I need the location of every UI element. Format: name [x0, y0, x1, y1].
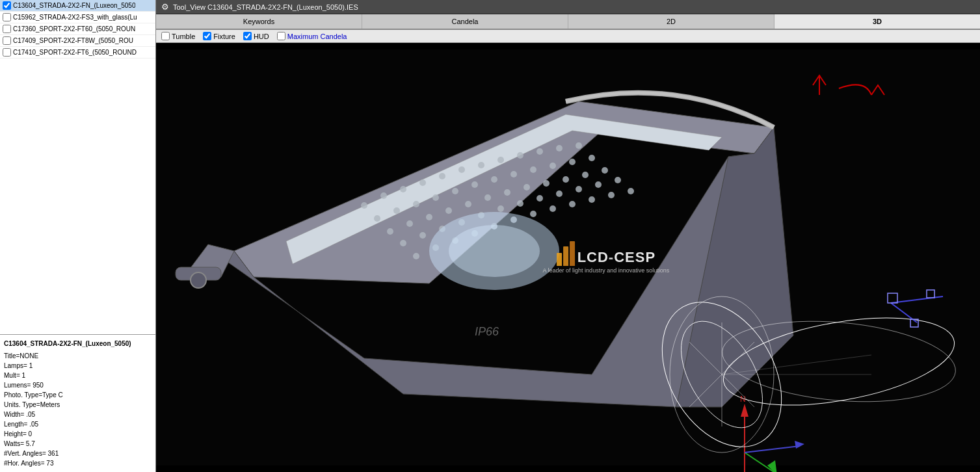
main-area: ⚙ Tool_View C13604_STRADA-2X2-FN_(Luxeon…	[156, 0, 980, 472]
svg-point-14	[556, 145, 563, 151]
info-field: Title=NONE	[4, 351, 152, 361]
hud-checkbox[interactable]	[243, 32, 252, 40]
file-item[interactable]: C17410_SPORT-2X2-FT6_(5050_ROUND	[0, 47, 155, 59]
fixture-checkbox[interactable]	[203, 32, 211, 40]
tumble-checkbox[interactable]	[161, 32, 170, 40]
tab-keywords[interactable]: Keywords	[156, 14, 362, 29]
svg-point-47	[536, 195, 543, 202]
svg-point-5	[380, 192, 387, 199]
svg-point-29	[406, 220, 413, 227]
svg-point-9	[458, 166, 465, 173]
svg-point-4	[361, 202, 367, 209]
fixture-label: Fixture	[213, 33, 235, 40]
info-field: Units. Type=Meters	[4, 400, 152, 410]
hud-option[interactable]: HUD	[243, 32, 269, 40]
svg-marker-66	[189, 244, 234, 277]
file-list: C13604_STRADA-2X2-FN_(Luxeon_5050C15962_…	[0, 0, 155, 335]
svg-line-89	[891, 303, 917, 322]
svg-point-24	[530, 166, 536, 173]
svg-point-48	[556, 190, 563, 197]
svg-point-56	[491, 223, 497, 229]
svg-point-32	[465, 201, 471, 207]
file-item[interactable]: C15962_STRADA-2X2-FS3_with_glass(Lu	[0, 12, 155, 23]
svg-point-7	[419, 179, 426, 186]
tumble-option[interactable]: Tumble	[161, 32, 195, 40]
file-item[interactable]: C17360_SPORT-2X2-FT60_(5050_ROUN	[0, 23, 155, 35]
svg-point-37	[563, 176, 569, 183]
bar-3	[570, 241, 575, 266]
file-name: C15962_STRADA-2X2-FS3_with_glass(Lu	[13, 14, 137, 21]
tab-3d[interactable]: 3D	[775, 14, 980, 29]
svg-point-35	[523, 184, 530, 190]
tab-candela[interactable]: Candela	[362, 14, 568, 29]
file-checkbox[interactable]	[3, 25, 11, 33]
max-candela-checkbox[interactable]	[277, 32, 285, 40]
svg-point-31	[445, 207, 452, 214]
svg-point-23	[510, 171, 517, 177]
svg-point-22	[491, 176, 497, 183]
svg-point-79	[665, 308, 780, 441]
file-checkbox[interactable]	[3, 48, 11, 57]
svg-point-8	[439, 173, 445, 179]
svg-text:IP66: IP66	[475, 325, 499, 338]
info-field: Length= .05	[4, 419, 152, 429]
svg-point-81	[717, 303, 960, 421]
svg-point-80	[670, 296, 774, 452]
file-item[interactable]: C17409_SPORT-2X2-FT8W_(5050_ROU	[0, 35, 155, 47]
svg-line-88	[891, 296, 943, 303]
info-field: Photo. Type=Type C	[4, 390, 152, 400]
svg-point-36	[543, 180, 550, 187]
info-field: Width= .05	[4, 410, 152, 419]
svg-marker-77	[795, 441, 804, 449]
watermark-subtext: A leader of light industry and innovativ…	[543, 267, 670, 274]
watermark-text: LCD-CESP	[577, 249, 656, 266]
options-bar: Tumble Fixture HUD Maximum Candela	[156, 30, 980, 43]
info-panel: C13604_STRADA-2X2-FN_(Luxeon_5050)Title=…	[0, 335, 155, 472]
tumble-label: Tumble	[172, 33, 195, 40]
viewport-3d[interactable]: N	[156, 43, 980, 472]
svg-point-49	[576, 186, 582, 192]
svg-line-85	[689, 342, 754, 407]
info-field: Watts= 5.7	[4, 439, 152, 449]
svg-point-18	[413, 201, 419, 207]
svg-point-11	[497, 157, 504, 163]
info-field: Height= 0	[4, 429, 152, 439]
svg-rect-0	[156, 49, 980, 465]
svg-point-78	[638, 281, 806, 468]
svg-marker-3	[286, 114, 722, 264]
watermark-logo: LCD-CESP	[557, 241, 656, 266]
svg-point-59	[550, 205, 556, 212]
svg-point-46	[517, 200, 523, 207]
svg-line-84	[689, 342, 754, 407]
svg-point-62	[608, 192, 615, 198]
file-checkbox[interactable]	[3, 13, 11, 21]
svg-point-51	[615, 177, 621, 183]
svg-point-21	[471, 181, 478, 188]
fixture-option[interactable]: Fixture	[203, 32, 235, 40]
svg-line-86	[722, 355, 871, 374]
svg-point-55	[471, 230, 478, 237]
svg-point-50	[595, 181, 602, 188]
file-item[interactable]: C13604_STRADA-2X2-FN_(Luxeon_5050	[0, 0, 155, 12]
info-field: Mult= 1	[4, 371, 152, 380]
file-checkbox[interactable]	[3, 36, 11, 45]
tool-icon: ⚙	[161, 2, 169, 12]
bar-1	[557, 253, 562, 266]
svg-point-42	[439, 226, 445, 232]
svg-point-45	[497, 205, 504, 212]
viewport-svg: N	[156, 43, 980, 472]
max-candela-option[interactable]: Maximum Candela	[277, 32, 347, 40]
left-panel: C13604_STRADA-2X2-FN_(Luxeon_5050C15962_…	[0, 0, 156, 472]
svg-rect-91	[927, 290, 934, 298]
tab-2d[interactable]: 2D	[568, 14, 775, 29]
svg-point-57	[510, 216, 517, 223]
svg-point-65	[449, 225, 540, 277]
max-candela-label: Maximum Candela	[287, 33, 347, 40]
title-bar: ⚙ Tool_View C13604_STRADA-2X2-FN_(Luxeon…	[156, 0, 980, 14]
svg-marker-75	[767, 460, 777, 472]
svg-point-10	[478, 162, 484, 168]
hud-label: HUD	[254, 33, 269, 40]
svg-point-15	[576, 142, 582, 149]
info-field: Lamps= 1	[4, 361, 152, 371]
file-checkbox[interactable]	[3, 1, 11, 10]
